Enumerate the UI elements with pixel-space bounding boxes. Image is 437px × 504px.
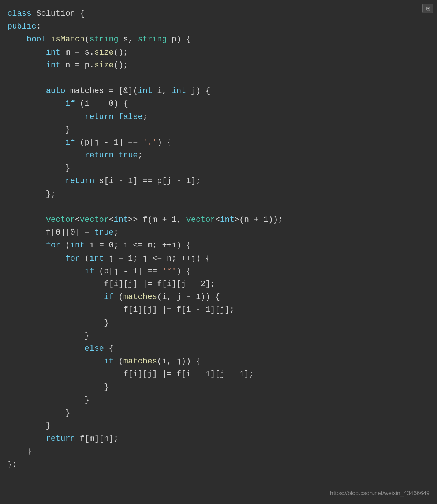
code-container: ⎘ class Solution { public: bool isMatch(…: [0, 0, 437, 504]
code-block: class Solution { public: bool isMatch(st…: [7, 7, 430, 471]
footer-url: https://blog.csdn.net/weixin_43466649: [330, 490, 430, 497]
copy-button[interactable]: ⎘: [422, 4, 433, 13]
